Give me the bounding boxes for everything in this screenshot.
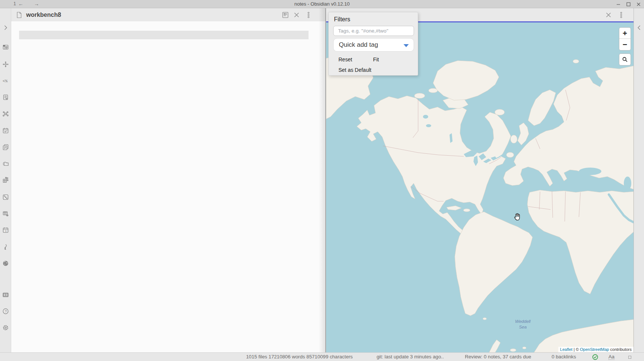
journal-icon[interactable] (2, 94, 9, 101)
minimize-icon[interactable] (616, 2, 621, 7)
map-pane: Weddell Sea + − Leaflet | © OpenStreetMa… (326, 8, 634, 352)
screenshot-icon[interactable] (2, 291, 9, 299)
map-search-button[interactable] (619, 53, 631, 65)
statusbar: 1015 files 17210806 words 85710099 chara… (0, 352, 644, 361)
close-window-icon[interactable] (636, 2, 641, 7)
reset-button[interactable]: Reset (338, 56, 352, 62)
review-status[interactable]: Review: 0 notes, 37 cards due (465, 354, 531, 360)
graph-icon[interactable] (2, 110, 9, 117)
fit-button[interactable]: Fit (373, 56, 379, 62)
font-toggle[interactable]: Aa (608, 354, 614, 360)
file-stats: 1015 files 17210806 words 85710099 chara… (246, 354, 353, 360)
hand-cursor (513, 212, 522, 221)
pen-icon[interactable] (2, 243, 9, 251)
database-gear-icon[interactable] (2, 210, 9, 217)
left-ribbon: <% 1 ? (0, 8, 11, 352)
backlinks-count[interactable]: 0 backlinks (552, 354, 576, 360)
titlebar: 1 ← → notes - Obsidian v0.12.10 (0, 0, 644, 8)
map-more-options-icon[interactable] (617, 11, 625, 19)
close-map-pane-icon[interactable] (604, 11, 613, 19)
workbench-pane: workbench8 (11, 8, 325, 352)
tags-filter-input[interactable] (333, 26, 414, 36)
sync-check-icon[interactable] (592, 354, 598, 360)
filters-title: Filters (334, 16, 413, 23)
file-icon (16, 11, 22, 19)
status-square-icon[interactable] (628, 356, 631, 359)
chevron-left-icon[interactable] (635, 24, 643, 31)
svg-text:?: ? (5, 309, 7, 313)
set-as-default-button[interactable]: Set as Default (338, 67, 371, 73)
pane-title: workbench8 (26, 12, 61, 18)
daily-note-icon[interactable]: 1 (2, 226, 9, 234)
dice-icon[interactable] (2, 193, 9, 201)
svg-text:<%: <% (3, 79, 8, 83)
map-filters-panel: Filters Quick add tag Reset Fit Set as D… (328, 12, 418, 76)
svg-text:1: 1 (5, 229, 7, 233)
sea-label-weddell: Weddell Sea (508, 319, 538, 330)
leaflet-link[interactable]: Leaflet (560, 347, 573, 352)
reading-mode-icon[interactable] (281, 11, 289, 19)
settings-gear-icon[interactable] (2, 324, 9, 331)
zoom-out-button[interactable]: − (619, 39, 631, 50)
osm-link[interactable]: OpenStreetMap (580, 347, 609, 352)
workbench-pane-header: workbench8 (11, 8, 325, 21)
quick-add-tag-label: Quick add tag (339, 41, 378, 49)
move-arrows-icon[interactable] (2, 61, 9, 68)
workspace: <% 1 ? workbench8 (0, 8, 644, 352)
maximize-icon[interactable] (626, 2, 631, 7)
obsidian-window: 1 ← → notes - Obsidian v0.12.10 <% 1 (0, 0, 644, 361)
help-icon[interactable]: ? (2, 308, 9, 315)
map-attribution: Leaflet | © OpenStreetMap contributors (558, 347, 634, 352)
templater-icon[interactable]: <% (2, 77, 9, 85)
copy-files-icon[interactable] (2, 143, 9, 151)
chevron-right-icon[interactable] (2, 24, 9, 31)
quick-add-tag-dropdown[interactable]: Quick add tag (333, 38, 414, 52)
folder-stack-icon[interactable] (2, 160, 9, 167)
more-options-icon[interactable] (304, 11, 313, 19)
empty-note-block[interactable] (19, 31, 309, 39)
table-icon[interactable] (2, 43, 9, 51)
search-icon (622, 56, 628, 63)
zoom-in-button[interactable]: + (619, 28, 631, 39)
close-pane-icon[interactable] (292, 11, 301, 19)
grid-scatter-icon[interactable] (2, 176, 9, 184)
window-title: notes - Obsidian v0.12.10 (0, 1, 644, 7)
map-zoom-control: + − (619, 27, 631, 51)
chevron-down-icon (404, 44, 409, 47)
git-status[interactable]: git: last update 3 minutes ago.. (377, 354, 444, 360)
right-ribbon (634, 8, 644, 352)
calendar-check-icon[interactable] (2, 127, 9, 134)
globe-icon[interactable] (2, 260, 9, 267)
